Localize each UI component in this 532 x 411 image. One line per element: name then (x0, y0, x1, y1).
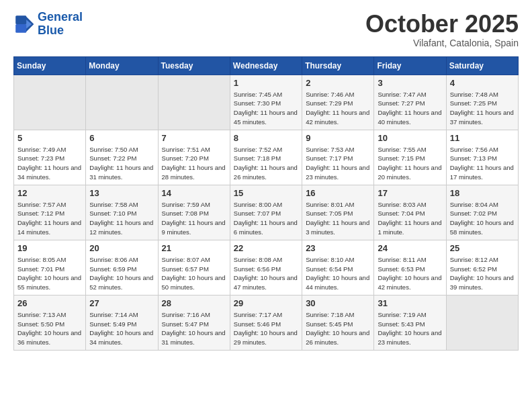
calendar-week-1: 1Sunrise: 7:45 AMSunset: 7:30 PMDaylight… (14, 75, 519, 130)
cell-content: Sunrise: 7:53 AMSunset: 7:17 PMDaylight:… (306, 145, 370, 182)
day-number: 28 (162, 298, 226, 308)
calendar-week-3: 12Sunrise: 7:57 AMSunset: 7:12 PMDayligh… (14, 185, 519, 240)
calendar-cell: 19Sunrise: 8:05 AMSunset: 7:01 PMDayligh… (14, 240, 86, 295)
cell-content: Sunrise: 8:06 AMSunset: 6:59 PMDaylight:… (89, 255, 154, 292)
cell-content: Sunrise: 7:59 AMSunset: 7:08 PMDaylight:… (162, 200, 226, 237)
cell-content: Sunrise: 8:01 AMSunset: 7:05 PMDaylight:… (306, 200, 370, 237)
day-number: 12 (17, 188, 82, 198)
day-number: 25 (450, 243, 515, 253)
weekday-friday: Friday (374, 56, 446, 75)
day-number: 22 (234, 243, 298, 253)
cell-content: Sunrise: 8:00 AMSunset: 7:07 PMDaylight:… (234, 200, 298, 237)
calendar-cell: 21Sunrise: 8:07 AMSunset: 6:57 PMDayligh… (158, 240, 230, 295)
cell-content: Sunrise: 8:10 AMSunset: 6:54 PMDaylight:… (306, 255, 370, 292)
page: General Blue October 2025 Vilafant, Cata… (0, 0, 532, 361)
calendar-cell: 23Sunrise: 8:10 AMSunset: 6:54 PMDayligh… (302, 240, 374, 295)
weekday-saturday: Saturday (446, 56, 518, 75)
calendar-cell: 20Sunrise: 8:06 AMSunset: 6:59 PMDayligh… (86, 240, 158, 295)
calendar-cell: 25Sunrise: 8:12 AMSunset: 6:52 PMDayligh… (446, 240, 518, 295)
calendar-cell: 31Sunrise: 7:19 AMSunset: 5:43 PMDayligh… (374, 295, 446, 350)
day-number: 24 (378, 243, 442, 253)
cell-content: Sunrise: 7:16 AMSunset: 5:47 PMDaylight:… (162, 310, 226, 347)
calendar-cell: 2Sunrise: 7:46 AMSunset: 7:29 PMDaylight… (302, 75, 374, 130)
day-number: 4 (450, 78, 515, 88)
cell-content: Sunrise: 8:04 AMSunset: 7:02 PMDaylight:… (450, 200, 515, 237)
day-number: 13 (89, 188, 154, 198)
calendar-cell: 11Sunrise: 7:56 AMSunset: 7:13 PMDayligh… (446, 130, 518, 185)
calendar-table: SundayMondayTuesdayWednesdayThursdayFrid… (13, 56, 519, 351)
cell-content: Sunrise: 7:51 AMSunset: 7:20 PMDaylight:… (162, 145, 226, 182)
calendar-cell: 1Sunrise: 7:45 AMSunset: 7:30 PMDaylight… (230, 75, 302, 130)
calendar-cell (158, 75, 230, 130)
cell-content: Sunrise: 7:47 AMSunset: 7:27 PMDaylight:… (378, 90, 442, 127)
logo-text: General Blue (38, 11, 83, 38)
calendar-cell: 3Sunrise: 7:47 AMSunset: 7:27 PMDaylight… (374, 75, 446, 130)
header: General Blue October 2025 Vilafant, Cata… (13, 11, 519, 48)
cell-content: Sunrise: 7:56 AMSunset: 7:13 PMDaylight:… (450, 145, 515, 182)
day-number: 7 (162, 133, 226, 143)
day-number: 11 (450, 133, 515, 143)
cell-content: Sunrise: 7:18 AMSunset: 5:45 PMDaylight:… (306, 310, 370, 347)
weekday-thursday: Thursday (302, 56, 374, 75)
day-number: 1 (234, 78, 298, 88)
calendar-cell: 24Sunrise: 8:11 AMSunset: 6:53 PMDayligh… (374, 240, 446, 295)
calendar-cell: 18Sunrise: 8:04 AMSunset: 7:02 PMDayligh… (446, 185, 518, 240)
calendar-cell (446, 295, 518, 350)
day-number: 30 (306, 298, 370, 308)
calendar-cell (86, 75, 158, 130)
weekday-sunday: Sunday (14, 56, 86, 75)
calendar-cell: 22Sunrise: 8:08 AMSunset: 6:56 PMDayligh… (230, 240, 302, 295)
logo-icon (13, 13, 35, 35)
day-number: 23 (306, 243, 370, 253)
calendar-cell: 7Sunrise: 7:51 AMSunset: 7:20 PMDaylight… (158, 130, 230, 185)
svg-rect-3 (15, 24, 26, 33)
day-number: 16 (306, 188, 370, 198)
cell-content: Sunrise: 7:57 AMSunset: 7:12 PMDaylight:… (17, 200, 82, 237)
weekday-header-row: SundayMondayTuesdayWednesdayThursdayFrid… (14, 56, 519, 75)
weekday-monday: Monday (86, 56, 158, 75)
cell-content: Sunrise: 7:48 AMSunset: 7:25 PMDaylight:… (450, 90, 515, 127)
calendar-body: 1Sunrise: 7:45 AMSunset: 7:30 PMDaylight… (14, 75, 519, 350)
day-number: 10 (378, 133, 442, 143)
cell-content: Sunrise: 7:14 AMSunset: 5:49 PMDaylight:… (89, 310, 154, 347)
calendar-cell (14, 75, 86, 130)
cell-content: Sunrise: 7:19 AMSunset: 5:43 PMDaylight:… (378, 310, 442, 347)
calendar-cell: 27Sunrise: 7:14 AMSunset: 5:49 PMDayligh… (86, 295, 158, 350)
day-number: 14 (162, 188, 226, 198)
day-number: 17 (378, 188, 442, 198)
calendar-cell: 17Sunrise: 8:03 AMSunset: 7:04 PMDayligh… (374, 185, 446, 240)
calendar-cell: 30Sunrise: 7:18 AMSunset: 5:45 PMDayligh… (302, 295, 374, 350)
svg-rect-2 (15, 15, 26, 24)
calendar-cell: 29Sunrise: 7:17 AMSunset: 5:46 PMDayligh… (230, 295, 302, 350)
calendar-cell: 10Sunrise: 7:55 AMSunset: 7:15 PMDayligh… (374, 130, 446, 185)
cell-content: Sunrise: 8:07 AMSunset: 6:57 PMDaylight:… (162, 255, 226, 292)
calendar-week-4: 19Sunrise: 8:05 AMSunset: 7:01 PMDayligh… (14, 240, 519, 295)
calendar-cell: 28Sunrise: 7:16 AMSunset: 5:47 PMDayligh… (158, 295, 230, 350)
calendar-cell: 26Sunrise: 7:13 AMSunset: 5:50 PMDayligh… (14, 295, 86, 350)
weekday-tuesday: Tuesday (158, 56, 230, 75)
day-number: 18 (450, 188, 515, 198)
cell-content: Sunrise: 7:55 AMSunset: 7:15 PMDaylight:… (378, 145, 442, 182)
calendar-cell: 13Sunrise: 7:58 AMSunset: 7:10 PMDayligh… (86, 185, 158, 240)
cell-content: Sunrise: 8:12 AMSunset: 6:52 PMDaylight:… (450, 255, 515, 292)
weekday-wednesday: Wednesday (230, 56, 302, 75)
cell-content: Sunrise: 8:11 AMSunset: 6:53 PMDaylight:… (378, 255, 442, 292)
day-number: 31 (378, 298, 442, 308)
calendar-week-2: 5Sunrise: 7:49 AMSunset: 7:23 PMDaylight… (14, 130, 519, 185)
calendar-cell: 9Sunrise: 7:53 AMSunset: 7:17 PMDaylight… (302, 130, 374, 185)
day-number: 5 (17, 133, 82, 143)
cell-content: Sunrise: 7:50 AMSunset: 7:22 PMDaylight:… (89, 145, 154, 182)
cell-content: Sunrise: 7:49 AMSunset: 7:23 PMDaylight:… (17, 145, 82, 182)
cell-content: Sunrise: 8:05 AMSunset: 7:01 PMDaylight:… (17, 255, 82, 292)
logo-blue: Blue (38, 24, 83, 38)
day-number: 6 (89, 133, 154, 143)
cell-content: Sunrise: 7:58 AMSunset: 7:10 PMDaylight:… (89, 200, 154, 237)
title-block: October 2025 Vilafant, Catalonia, Spain (365, 11, 519, 48)
day-number: 29 (234, 298, 298, 308)
location-subtitle: Vilafant, Catalonia, Spain (365, 38, 519, 48)
month-title: October 2025 (365, 11, 519, 38)
day-number: 8 (234, 133, 298, 143)
cell-content: Sunrise: 7:13 AMSunset: 5:50 PMDaylight:… (17, 310, 82, 347)
day-number: 19 (17, 243, 82, 253)
day-number: 26 (17, 298, 82, 308)
